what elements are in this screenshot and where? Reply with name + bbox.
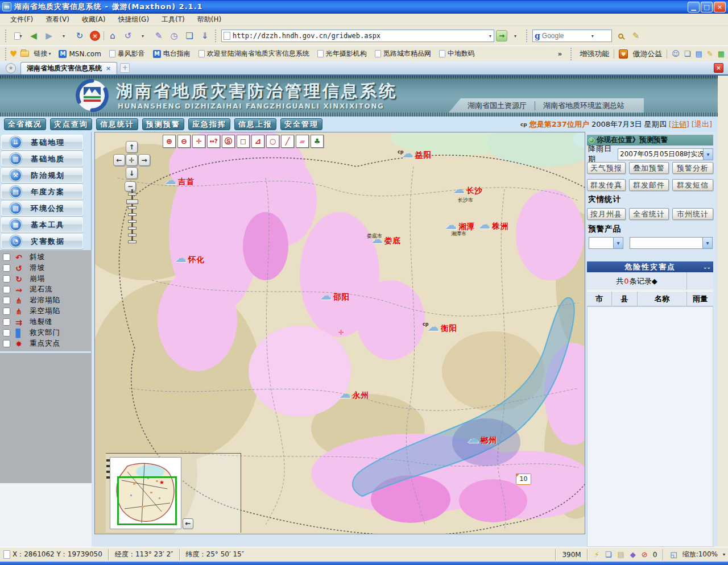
zoom-slider[interactable]	[131, 189, 133, 243]
chevron-down-icon[interactable]: ▾	[703, 149, 713, 160]
refresh-button[interactable]: ↻	[73, 29, 86, 43]
pan-center-button[interactable]: ✛	[126, 154, 138, 166]
user-icon[interactable]: ☺	[672, 49, 680, 58]
sidebar-item-disaster-data[interactable]: ◔灾害数据	[1, 234, 83, 249]
history-dropdown-icon[interactable]: ▾	[57, 29, 71, 43]
menu-view[interactable]: 查看(V)	[40, 14, 75, 26]
tab-list-close-button[interactable]: ×	[714, 63, 723, 73]
mining-collapse-checkbox[interactable]	[3, 308, 10, 315]
mass-email-button[interactable]: 群发邮件	[629, 179, 669, 191]
search-engine-dropdown-icon[interactable]: ▾	[592, 34, 594, 39]
link-photo-studio[interactable]: 光年摄影机构	[317, 49, 367, 59]
zoom-slider-handle[interactable]	[126, 200, 138, 204]
pen-icon[interactable]: ✎	[707, 49, 713, 58]
select-rectangle-tool[interactable]: ◻	[237, 135, 250, 148]
collapse-chevrons-icon[interactable]: ⌄⌄	[700, 264, 713, 270]
toolbar-grip[interactable]	[5, 48, 8, 60]
legend-tree-tool[interactable]: ♣	[311, 135, 324, 148]
toolbar-grip[interactable]	[5, 30, 8, 42]
product-type-select[interactable]: ▾	[589, 237, 623, 249]
note-icon[interactable]: ▤	[614, 550, 627, 559]
sidebar-item-basic-tools[interactable]: ▦基本工具	[1, 217, 83, 232]
gem-icon[interactable]: ◆	[627, 550, 639, 559]
sidebar-item-base-geology[interactable]: ▥基础地质	[1, 151, 83, 167]
landslide-checkbox[interactable]	[3, 264, 10, 272]
zoom-in-tool[interactable]: ⊕	[163, 135, 176, 148]
menu-groups[interactable]: 快捷组(G)	[112, 14, 155, 26]
map-canvas[interactable]: ⊕ ⊖ ✛ ↔? Ⓢ ◻ ⊿ ○ ╱ ▰ ♣ ↑ ← ✛ → ↓	[95, 132, 585, 534]
sidebar-item-env-bulletin[interactable]: ▧环境公报	[1, 201, 83, 216]
window-panel-icon[interactable]: ❏	[183, 29, 196, 43]
hazard-points-header[interactable]: 危险性灾害点 ⌄⌄	[587, 261, 713, 272]
toolbar-grip[interactable]	[526, 30, 529, 42]
toolbar-grip[interactable]	[570, 48, 573, 60]
measure-area-tool[interactable]: Ⓢ	[222, 135, 235, 148]
maximize-button[interactable]: □	[701, 2, 713, 13]
select-polygon-tool[interactable]: ⊿	[251, 135, 264, 148]
weather-forecast-button[interactable]: 天气预报	[587, 162, 626, 174]
slope-checkbox[interactable]	[3, 254, 10, 261]
address-bar[interactable]: ▾	[221, 30, 494, 42]
chevron-down-icon[interactable]: ▾	[702, 238, 712, 248]
new-page-icon[interactable]: ▾	[11, 29, 25, 43]
forward-button[interactable]: ▶	[42, 29, 56, 43]
tab-active[interactable]: 湖南省地质灾害信息系统 ×	[20, 62, 117, 74]
nav-tab-info-statistics[interactable]: 信息统计	[96, 118, 138, 130]
debris-flow-checkbox[interactable]	[3, 286, 10, 293]
zoom-level[interactable]: 缩放:100%	[680, 550, 720, 559]
address-dropdown-icon[interactable]: ▾	[489, 34, 491, 39]
search-box[interactable]: g ▾	[532, 30, 612, 42]
new-tab-button[interactable]: +	[120, 63, 130, 73]
highlight-icon[interactable]: ✎	[629, 29, 643, 43]
favorites-heart-icon[interactable]: ♥	[10, 49, 17, 59]
inset-back-button[interactable]: ←	[183, 518, 193, 529]
nav-tab-emergency-command[interactable]: 应急指挥	[188, 118, 230, 130]
tab-star-icon[interactable]: ★	[6, 63, 16, 73]
rescue-dept-checkbox[interactable]	[3, 329, 10, 336]
menu-tools[interactable]: 工具(T)	[156, 14, 191, 26]
province-stats-button[interactable]: 全省统计	[629, 208, 669, 220]
links-folder[interactable]: 链接▾	[20, 49, 51, 59]
key-disaster-checkbox[interactable]	[3, 340, 10, 347]
nav-tab-info-report[interactable]: 信息上报	[234, 118, 276, 130]
enhance-features-link[interactable]: 增强功能	[580, 49, 609, 59]
notes-icon[interactable]: ▤	[696, 49, 702, 58]
go-dropdown-icon[interactable]: ▾	[509, 29, 523, 43]
pan-tool[interactable]: ✛	[192, 135, 205, 148]
zoom-dropdown-icon[interactable]: ▾	[720, 552, 728, 557]
nav-tab-forecast-warning[interactable]: 预测预警	[142, 118, 184, 130]
zoom-out-tool[interactable]: ⊖	[177, 135, 191, 148]
ground-fissure-checkbox[interactable]	[3, 318, 10, 326]
pan-left-button[interactable]: ←	[113, 154, 125, 166]
ad-blocker-icon[interactable]: ⊘	[639, 550, 651, 559]
monthly-county-button[interactable]: 按月州县	[587, 208, 626, 220]
menu-help[interactable]: 帮助(H)	[192, 14, 227, 26]
sidebar-item-prevention-plan[interactable]: ⚒防治规划	[1, 168, 83, 183]
search-icon[interactable]	[614, 29, 627, 43]
link-geo-env-monitor-station[interactable]: 湖南省地质环境监测总站	[543, 101, 624, 111]
resize-icon[interactable]: ◱	[667, 550, 680, 559]
popup-window-icon[interactable]: ❏	[602, 550, 615, 559]
toolbar-grip[interactable]	[215, 30, 218, 42]
minimize-button[interactable]: ▁	[688, 2, 700, 13]
product-item-select[interactable]: ▾	[630, 237, 713, 249]
maxthon-charity-icon[interactable]: ♥	[619, 49, 628, 59]
history-clock-icon[interactable]: ◷	[167, 29, 181, 43]
pan-right-button[interactable]: →	[138, 154, 150, 166]
link-radio-guide[interactable]: M电台指南	[153, 49, 191, 59]
zoom-minus-button[interactable]: −	[125, 181, 136, 192]
karst-collapse-checkbox[interactable]	[3, 297, 10, 304]
warning-analysis-button[interactable]: 预警分析	[672, 162, 713, 174]
draw-line-tool[interactable]: ╱	[281, 135, 294, 148]
link-hunan-geo-system[interactable]: 欢迎登陆湖南省地质灾害信息系统	[198, 49, 309, 59]
rain-date-select[interactable]: 2007年05月05日08时实况 ▾	[618, 148, 713, 160]
panel-icon[interactable]: ❏	[684, 49, 691, 58]
download-icon[interactable]: ⇓	[198, 29, 212, 43]
link-city-boutique[interactable]: 觅路城市精品网	[375, 49, 431, 59]
menu-file[interactable]: 文件(F)	[5, 14, 39, 26]
overview-map[interactable]: ★	[110, 457, 181, 529]
go-button[interactable]: →	[496, 30, 507, 41]
pan-down-button[interactable]: ↓	[126, 167, 138, 179]
link-msn[interactable]: MMSN.com	[59, 50, 101, 58]
close-button[interactable]: ×	[714, 2, 726, 13]
